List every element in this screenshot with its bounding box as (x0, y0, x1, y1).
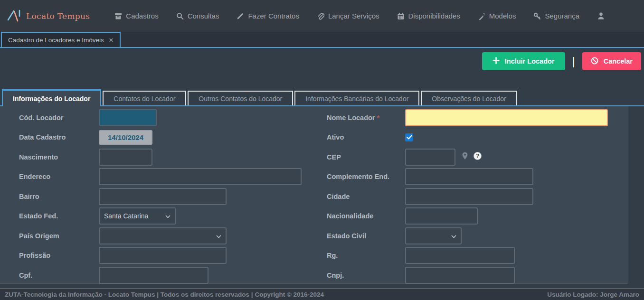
nav-item-label: Cadastros (126, 12, 158, 20)
nav-item-label: Lançar Serviços (328, 12, 379, 20)
nav-item-label: Segurança (545, 12, 579, 20)
data-cadastro-input (99, 130, 152, 145)
nome-locador-label: Nome Locador* (327, 114, 405, 122)
field-row: Cnpj. (327, 265, 628, 285)
estado-fed-value: Santa Catarina (104, 212, 148, 220)
brand[interactable]: Locato Tempus (7, 8, 90, 24)
estado-fed-label: Estado Fed. (19, 212, 99, 220)
user-icon (597, 12, 605, 20)
estado-civil-select[interactable] (405, 227, 462, 244)
close-icon[interactable]: × (109, 36, 114, 44)
nav-item-label: Consultas (188, 12, 219, 20)
tab-outros-contatos-do-locador[interactable]: Outros Contatos do Locador (188, 91, 293, 105)
main-content: Incluir Locador | Cancelar Informações d… (0, 49, 644, 289)
field-row: Complemento End. (327, 167, 628, 187)
field-row: Data Cadastro (19, 128, 327, 148)
cancelar-button[interactable]: Cancelar (582, 52, 641, 70)
nacionalidade-input[interactable] (405, 207, 478, 225)
window-tab-strip: Cadastro de Locadores e Imóveis × (0, 32, 644, 48)
pais-origem-select[interactable] (99, 227, 227, 244)
nav-item-disponibilidades[interactable]: Disponibilidades (397, 12, 460, 20)
tab-informacoes-do-locador[interactable]: Informações do Locador (2, 89, 101, 106)
bairro-label: Bairro (19, 193, 99, 200)
wand-icon (478, 12, 485, 20)
profissao-label: Profissão (19, 252, 99, 259)
archive-icon (114, 12, 122, 20)
complemento-label: Complemento End. (327, 173, 405, 180)
paperclip-icon (317, 12, 324, 20)
footer: ZUTA-Tecnologia da Informação - Locato T… (0, 289, 644, 300)
cnpj-label: Cnpj. (327, 272, 405, 279)
window-tab-title: Cadastro de Locadores e Imóveis (8, 37, 104, 44)
tab-observacoes-do-locador[interactable]: Observações do Locador (421, 91, 517, 105)
ativo-checkbox[interactable] (405, 133, 413, 141)
field-row: CEP ? (327, 147, 628, 167)
nascimento-input[interactable] (99, 149, 152, 166)
tab-contatos-do-locador[interactable]: Contatos do Locador (103, 91, 186, 105)
field-row: Ativo (327, 128, 628, 148)
pais-origem-label: País Origem (19, 232, 99, 240)
profissao-input[interactable] (99, 247, 227, 264)
nav-item-label: Fazer Contratos (248, 12, 299, 20)
field-row: Cidade (327, 187, 628, 206)
cidade-label: Cidade (327, 193, 405, 200)
field-row: Nascimento (19, 147, 327, 167)
nav-item-user[interactable] (597, 12, 605, 20)
cpf-input[interactable] (99, 267, 208, 284)
bairro-input[interactable] (99, 188, 227, 205)
pen-icon (237, 12, 244, 20)
estado-fed-select[interactable]: Santa Catarina (99, 207, 176, 225)
cod-locador-label: Cód. Locador (19, 114, 99, 122)
chevron-down-icon (216, 232, 221, 240)
nav-item-modelos[interactable]: Modelos (478, 12, 516, 20)
cep-icons: ? (462, 152, 482, 162)
field-row: Nome Locador* (327, 108, 628, 128)
form-column-left: Cód. Locador Data Cadastro Nascimento En… (19, 108, 327, 285)
window-tab-cadastro-locadores[interactable]: Cadastro de Locadores e Imóveis × (1, 32, 121, 47)
nav-item-fazer-contratos[interactable]: Fazer Contratos (237, 12, 299, 20)
estado-civil-label: Estado Civil (327, 232, 405, 240)
rg-label: Rg. (327, 252, 405, 259)
cancelar-label: Cancelar (604, 57, 633, 65)
calendar-icon (397, 12, 405, 20)
tab-informacoes-bancarias-do-locador[interactable]: Informações Bancárias do Locador (294, 91, 419, 105)
brand-name: Locato Tempus (26, 11, 90, 21)
top-navbar: Locato Tempus Cadastros Consultas (0, 0, 644, 32)
svg-text:?: ? (476, 153, 479, 159)
field-row: Nacionalidade (327, 206, 628, 226)
cep-input[interactable] (405, 149, 455, 166)
chevron-down-icon (451, 232, 456, 240)
nacionalidade-label: Nacionalidade (327, 212, 405, 220)
nav-item-cadastros[interactable]: Cadastros (114, 12, 158, 20)
rg-input[interactable] (405, 247, 515, 264)
nav-item-lancar-servicos[interactable]: Lançar Serviços (317, 12, 379, 20)
ban-icon (591, 57, 598, 66)
cep-label: CEP (327, 153, 405, 161)
ativo-label: Ativo (327, 133, 405, 141)
locato-logo-icon (7, 8, 22, 24)
nav-item-seguranca[interactable]: Segurança (533, 12, 579, 20)
field-row: Profissão (19, 246, 327, 266)
cnpj-input[interactable] (405, 267, 515, 284)
cod-locador-input (99, 109, 157, 126)
nome-locador-input[interactable] (405, 109, 608, 126)
endereco-input[interactable] (99, 168, 302, 185)
nav-item-consultas[interactable]: Consultas (176, 12, 219, 20)
incluir-locador-label: Incluir Locador (505, 57, 555, 65)
plus-icon (492, 57, 500, 66)
toolbar: Incluir Locador | Cancelar (482, 52, 641, 70)
nav-item-label: Modelos (489, 12, 516, 20)
map-pin-icon[interactable] (462, 152, 468, 162)
form-column-right: Nome Locador* Ativo CEP (327, 108, 628, 285)
help-icon[interactable]: ? (474, 152, 482, 162)
cidade-input[interactable] (405, 188, 533, 205)
incluir-locador-button[interactable]: Incluir Locador (482, 52, 565, 70)
data-cadastro-label: Data Cadastro (19, 133, 99, 141)
complemento-input[interactable] (405, 168, 533, 185)
chevron-down-icon (165, 212, 170, 220)
footer-logged-user: Usuário Logado: Jorge Amaro (547, 291, 639, 298)
endereco-label: Endereco (19, 173, 99, 180)
field-row: Endereco (19, 167, 327, 187)
nascimento-label: Nascimento (19, 153, 99, 161)
field-row: Rg. (327, 246, 628, 266)
